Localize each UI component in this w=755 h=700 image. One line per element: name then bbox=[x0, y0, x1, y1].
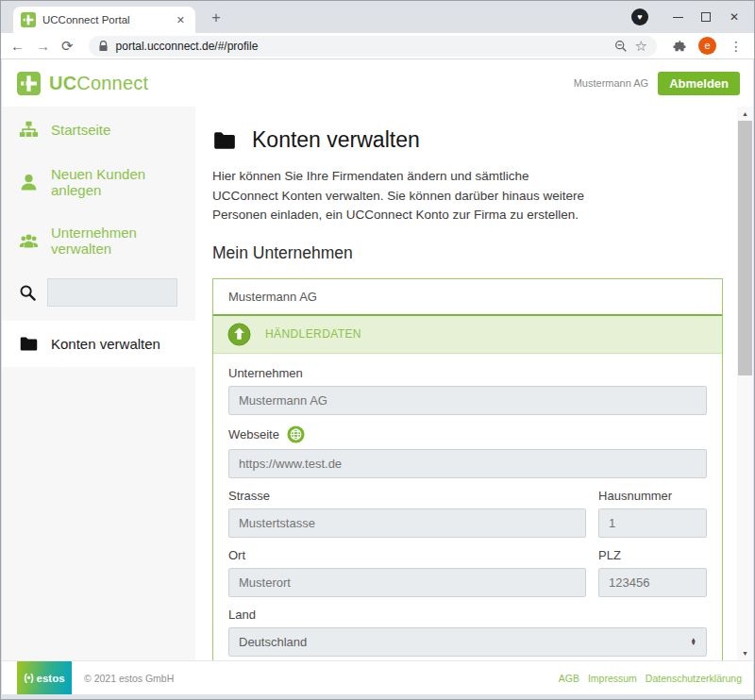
person-icon bbox=[19, 173, 39, 192]
tab-title: UCConnect Portal bbox=[42, 14, 167, 25]
page-title: Konten verwalten bbox=[252, 127, 420, 153]
sidebar-item-label: Startseite bbox=[51, 122, 110, 138]
plz-input[interactable] bbox=[598, 568, 707, 597]
unternehmen-input[interactable] bbox=[228, 386, 707, 415]
ucconnect-favicon-icon bbox=[21, 12, 36, 27]
browser-tab[interactable]: UCConnect Portal ✕ bbox=[13, 7, 195, 33]
intro-line: Personen einladen, ein UCConnect Konto z… bbox=[212, 206, 723, 225]
field-label-strasse: Strasse bbox=[228, 489, 586, 503]
ort-input[interactable] bbox=[228, 568, 586, 597]
select-arrows-icon: ▲ ▼ bbox=[691, 638, 696, 645]
app-header: UCConnect Mustermann AG Abmelden bbox=[2, 59, 753, 107]
new-tab-button[interactable]: + bbox=[207, 8, 226, 27]
field-label-ort: Ort bbox=[228, 548, 586, 562]
estos-logo: (•) estos bbox=[17, 661, 72, 694]
land-select[interactable]: Deutschland ▲ ▼ bbox=[228, 627, 707, 657]
sidebar-item-label: Unternehmen verwalten bbox=[51, 225, 178, 257]
people-icon bbox=[19, 231, 39, 251]
company-form: Unternehmen Webseite Strasse bbox=[213, 354, 722, 661]
maximize-icon bbox=[701, 12, 711, 22]
sidebar-item-label: Konten verwalten bbox=[51, 336, 160, 352]
section-title: Mein Unternehmen bbox=[212, 243, 723, 263]
copyright-text: © 2021 estos GmbH bbox=[84, 673, 174, 684]
arrow-up-circle-icon bbox=[227, 323, 251, 346]
sitemap-icon bbox=[19, 120, 39, 140]
page-scrollbar[interactable]: ▲ ▼ bbox=[737, 107, 753, 660]
estos-logo-name: estos bbox=[37, 673, 65, 684]
sidebar: Startseite Neuen Kunden anlegen Unterneh… bbox=[2, 107, 195, 660]
footer-link-datenschutz[interactable]: Datenschutzerklärung bbox=[646, 673, 742, 684]
folder-icon bbox=[19, 334, 39, 354]
browser-profile-avatar[interactable]: e bbox=[698, 37, 716, 55]
sidebar-item-label: Neuen Kunden anlegen bbox=[51, 166, 178, 198]
brand-text: UCConnect bbox=[49, 73, 148, 94]
field-label-land: Land bbox=[228, 608, 707, 622]
sidebar-item-startseite[interactable]: Startseite bbox=[2, 107, 195, 153]
browser-titlebar: UCConnect Portal ✕ + ♥ ✕ bbox=[1, 1, 754, 33]
search-icon bbox=[19, 284, 37, 302]
scrollbar-thumb[interactable] bbox=[738, 121, 752, 375]
scroll-down-icon[interactable]: ▼ bbox=[737, 650, 753, 657]
company-card: Mustermann AG HÄNDLERDATEN Unternehmen W… bbox=[212, 278, 723, 661]
hausnummer-input[interactable] bbox=[598, 508, 707, 538]
browser-menu-icon[interactable]: ⋮ bbox=[728, 39, 745, 54]
main-content: Konten verwalten Hier können Sie Ihre Fi… bbox=[195, 107, 737, 660]
field-label-unternehmen: Unternehmen bbox=[228, 366, 707, 380]
field-label-hausnummer: Hausnummer bbox=[598, 489, 707, 503]
sidebar-search-input[interactable] bbox=[47, 278, 177, 307]
scroll-up-icon[interactable]: ▲ bbox=[737, 110, 753, 117]
ucconnect-logo-icon bbox=[17, 72, 41, 95]
footer-link-agb[interactable]: AGB bbox=[559, 673, 579, 684]
folder-title-icon bbox=[212, 128, 237, 153]
browser-window: UCConnect Portal ✕ + ♥ ✕ ← → ⟳ portal.uc… bbox=[0, 0, 755, 700]
intro-line: Hier können Sie Ihre Firmendaten ändern … bbox=[212, 167, 723, 187]
land-select-value: Deutschland bbox=[239, 635, 307, 649]
close-button[interactable]: ✕ bbox=[720, 1, 748, 33]
intro-text: Hier können Sie Ihre Firmendaten ändern … bbox=[212, 167, 723, 225]
page-viewport: UCConnect Mustermann AG Abmelden Startse… bbox=[2, 59, 753, 694]
browser-toolbar: ← → ⟳ portal.ucconnect.de/#/profile ☆ e … bbox=[1, 33, 754, 59]
logout-button[interactable]: Abmelden bbox=[658, 72, 740, 95]
footer-link-impressum[interactable]: Impressum bbox=[588, 673, 637, 684]
sidebar-item-konten-verwalten[interactable]: Konten verwalten bbox=[2, 321, 195, 367]
intro-line: UCConnect Konten verwalten. Sie können d… bbox=[212, 187, 723, 207]
sidebar-search bbox=[2, 270, 195, 321]
globe-icon bbox=[287, 425, 305, 443]
company-card-header[interactable]: Mustermann AG bbox=[213, 279, 722, 316]
titlebar-profile-icon[interactable]: ♥ bbox=[631, 8, 648, 25]
page-footer: (•) estos © 2021 estos GmbH AGB Impressu… bbox=[2, 660, 753, 694]
url-text: portal.ucconnect.de/#/profile bbox=[116, 40, 259, 53]
haendlerdaten-accordion[interactable]: HÄNDLERDATEN bbox=[213, 316, 722, 354]
reload-button[interactable]: ⟳ bbox=[61, 39, 74, 53]
strasse-input[interactable] bbox=[228, 508, 586, 538]
account-name: Mustermann AG bbox=[574, 77, 648, 89]
maximize-button[interactable] bbox=[692, 1, 720, 33]
ucconnect-logo[interactable]: UCConnect bbox=[17, 72, 148, 95]
field-label-plz: PLZ bbox=[598, 548, 707, 562]
webseite-input[interactable] bbox=[228, 449, 707, 478]
zoom-out-icon[interactable] bbox=[614, 40, 628, 53]
minimize-icon bbox=[673, 17, 683, 18]
back-button[interactable]: ← bbox=[10, 39, 25, 53]
padlock-icon bbox=[98, 41, 109, 52]
sidebar-item-neuen-kunden-anlegen[interactable]: Neuen Kunden anlegen bbox=[2, 153, 195, 211]
estos-logo-mark-icon: (•) bbox=[24, 673, 33, 683]
bookmark-star-icon[interactable]: ☆ bbox=[635, 39, 647, 53]
sidebar-item-unternehmen-verwalten[interactable]: Unternehmen verwalten bbox=[2, 211, 195, 270]
address-bar[interactable]: portal.ucconnect.de/#/profile ☆ bbox=[89, 36, 657, 57]
forward-button[interactable]: → bbox=[36, 39, 50, 53]
extensions-puzzle-icon[interactable] bbox=[672, 39, 687, 54]
tab-close-icon[interactable]: ✕ bbox=[174, 13, 188, 27]
minimize-button[interactable] bbox=[663, 1, 692, 33]
accordion-label: HÄNDLERDATEN bbox=[265, 327, 361, 341]
field-label-webseite: Webseite bbox=[228, 425, 707, 443]
